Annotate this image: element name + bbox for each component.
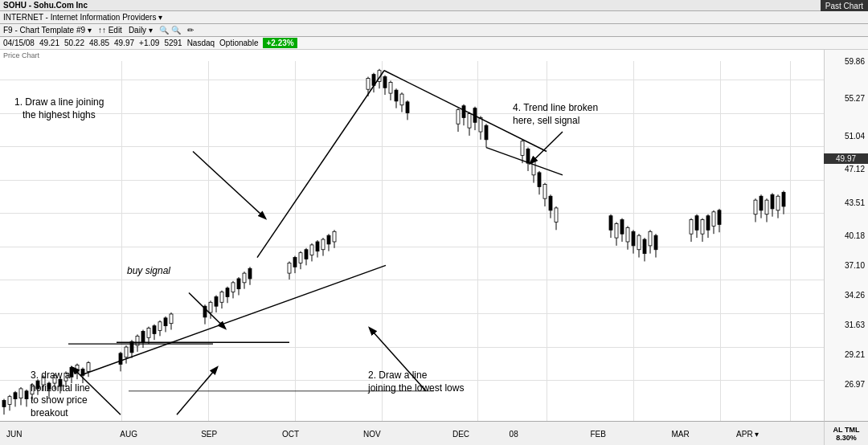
- draw-tool[interactable]: ✏: [187, 26, 194, 35]
- svg-rect-123: [538, 173, 541, 187]
- month-oct: OCT: [282, 430, 299, 439]
- svg-rect-135: [620, 220, 624, 235]
- svg-line-172: [257, 71, 384, 258]
- svg-rect-67: [243, 273, 246, 283]
- top-bar: SOHU - Sohu.Com Inc Past Chart: [0, 0, 868, 11]
- pct-change-badge: +2.23%: [263, 38, 297, 48]
- edit-button[interactable]: ↑↑ Edit: [98, 26, 122, 35]
- price-label: 51.04: [845, 132, 865, 141]
- svg-rect-145: [649, 231, 652, 246]
- svg-rect-87: [333, 231, 336, 242]
- svg-rect-47: [158, 322, 162, 331]
- svg-rect-119: [526, 149, 530, 164]
- svg-rect-133: [615, 223, 618, 238]
- price-label: 47.12: [845, 165, 865, 174]
- svg-rect-7: [19, 389, 23, 398]
- al-tml-label: AL TML: [833, 426, 860, 434]
- svg-rect-115: [485, 125, 488, 140]
- svg-rect-139: [632, 231, 635, 246]
- chart-date: 04/15/08: [3, 39, 35, 47]
- svg-rect-9: [25, 391, 28, 399]
- svg-rect-79: [310, 245, 313, 255]
- svg-rect-49: [164, 318, 167, 326]
- volume: 5291: [164, 39, 182, 47]
- month-08: 08: [510, 430, 518, 439]
- annotation-2: 2. Draw a line joining the lowest lows: [368, 369, 464, 394]
- svg-rect-3: [8, 397, 11, 405]
- svg-rect-35: [125, 347, 128, 357]
- price-label: 40.18: [845, 231, 865, 240]
- current-price-tag: 49.97: [824, 153, 868, 164]
- svg-rect-81: [316, 242, 319, 251]
- svg-rect-85: [327, 235, 330, 244]
- month-apr: APR ▾: [736, 430, 759, 439]
- svg-rect-169: [776, 196, 780, 210]
- al-tml-display: AL TML 8.30%: [824, 421, 868, 445]
- al-tml-pct: 8.30%: [836, 434, 857, 442]
- svg-rect-151: [695, 216, 698, 231]
- svg-rect-45: [153, 326, 156, 334]
- ticker-name: SOHU - Sohu.Com Inc: [3, 1, 88, 10]
- svg-rect-97: [389, 82, 392, 93]
- svg-rect-73: [293, 258, 297, 267]
- sector-info[interactable]: INTERNET - Internet Information Provider…: [3, 13, 162, 22]
- month-dec: DEC: [452, 430, 469, 439]
- svg-rect-109: [468, 114, 471, 129]
- svg-rect-63: [231, 283, 235, 292]
- svg-rect-163: [760, 196, 763, 210]
- info-bar: 04/15/08 49.21 50.22 48.85 49.97 +1.09 5…: [0, 37, 868, 50]
- high-price: 50.22: [64, 39, 84, 47]
- svg-line-178: [193, 151, 265, 218]
- svg-rect-167: [771, 194, 774, 209]
- svg-rect-95: [383, 77, 387, 88]
- svg-rect-121: [532, 161, 535, 175]
- price-axis: 59.8655.2751.0447.1243.5140.1837.1034.26…: [824, 50, 868, 421]
- svg-rect-107: [462, 106, 465, 118]
- ticker-info: SOHU - Sohu.Com Inc: [3, 1, 88, 10]
- svg-rect-69: [248, 268, 252, 279]
- svg-rect-1: [2, 401, 6, 407]
- svg-line-179: [189, 293, 225, 329]
- svg-rect-153: [701, 220, 704, 235]
- month-labels: JUN AUG SEP OCT NOV DEC 08 FEB MAR APR ▾: [6, 422, 817, 445]
- low-price: 48.85: [89, 39, 109, 47]
- chart-area: Price Chart 59.8655.2751.0447.1243.5140.…: [0, 50, 868, 421]
- svg-rect-5: [14, 393, 17, 399]
- svg-rect-99: [395, 90, 398, 101]
- svg-rect-61: [226, 288, 229, 297]
- svg-rect-141: [637, 235, 641, 250]
- svg-rect-37: [130, 341, 133, 353]
- svg-rect-75: [299, 253, 302, 263]
- annotation-buy-signal: buy signal: [127, 265, 170, 278]
- svg-rect-165: [765, 200, 768, 214]
- open-price: 49.21: [39, 39, 59, 47]
- month-sep: SEP: [201, 430, 217, 439]
- exchange: Nasdaq: [187, 39, 215, 47]
- svg-rect-155: [706, 216, 710, 231]
- month-jun: JUN: [6, 430, 22, 439]
- annotation-3: 3. draw a horizontal line to show price …: [31, 369, 90, 419]
- price-label: 43.51: [845, 198, 865, 207]
- svg-rect-71: [288, 263, 291, 273]
- svg-rect-33: [119, 353, 122, 365]
- past-chart-button[interactable]: Past Chart: [821, 0, 868, 11]
- price-label: 55.27: [845, 94, 865, 103]
- svg-line-184: [530, 132, 563, 163]
- svg-rect-55: [209, 302, 212, 312]
- timeframe-selector[interactable]: Daily ▾: [129, 26, 153, 35]
- svg-rect-137: [626, 227, 629, 242]
- price-label: 59.86: [845, 57, 865, 66]
- template-selector[interactable]: F9 - Chart Template #9 ▾: [3, 26, 92, 35]
- svg-rect-83: [321, 239, 325, 250]
- chart-label: Price Chart: [3, 51, 39, 59]
- svg-rect-161: [754, 200, 757, 214]
- annotation-1: 1. Draw a line joining the highest highs: [14, 96, 104, 121]
- price-change: +1.09: [139, 39, 159, 47]
- month-aug: AUG: [120, 430, 137, 439]
- zoom-controls[interactable]: 🔍 🔍: [159, 26, 181, 35]
- svg-rect-129: [555, 208, 558, 222]
- svg-rect-89: [366, 79, 370, 90]
- annotation-4: 4. Trend line broken here, sell signal: [513, 102, 598, 127]
- svg-rect-159: [718, 210, 721, 225]
- svg-rect-77: [305, 250, 308, 259]
